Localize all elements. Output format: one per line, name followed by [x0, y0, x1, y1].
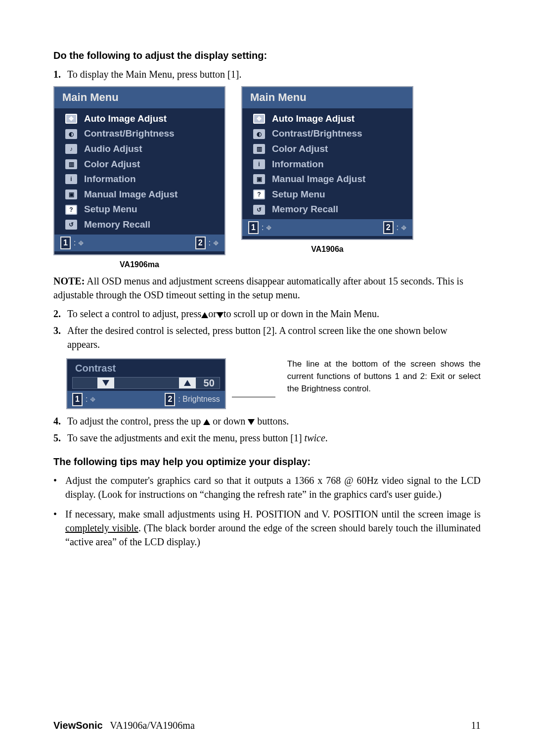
tip-body: If necessary, make small adjustments usi… [65, 507, 481, 549]
menu-item[interactable]: ▥Color Adjust [253, 142, 407, 157]
recall-icon: ↺ [253, 205, 265, 215]
heading-tips: The following tips may help you optimize… [53, 455, 481, 469]
menu-item[interactable]: ♪Audio Adjust [65, 142, 220, 157]
footer-key-1: 1:⎆ [60, 236, 84, 249]
menus-container: Main Menu ✥Auto Image Adjust ◐Contrast/B… [53, 86, 481, 270]
menu-label: Manual Image Adjust [272, 173, 365, 186]
menu-label: Contrast/Brightness [272, 127, 362, 141]
auto-adjust-icon: ✥ [253, 114, 265, 124]
step-num: 1. [53, 67, 64, 81]
menu-item[interactable]: ✥Auto Image Adjust [253, 111, 407, 127]
step2-pre: To select a control to adjust, press [67, 308, 201, 319]
menu-label: Auto Image Adjust [84, 112, 167, 126]
menu-item[interactable]: ↺Memory Recall [65, 217, 220, 233]
key-2-box: 2 [195, 236, 206, 249]
contrast-icon: ◐ [65, 129, 77, 139]
tip2-pre: If necessary, make small adjustments usi… [65, 509, 481, 520]
tips-list: • Adjust the computer's graphics card so… [53, 473, 481, 549]
footer-seg-1: 1:⎆ [72, 393, 95, 406]
step5-twice: twice [305, 432, 325, 443]
step-1: 1. To display the Main Menu, press butto… [53, 67, 481, 81]
callout-line [232, 397, 275, 397]
menu-label: Auto Image Adjust [272, 112, 355, 126]
step4-mid: or down [210, 416, 248, 426]
menu-item[interactable]: ?Setup Menu [253, 187, 407, 202]
note-block: NOTE: All OSD menus and adjustment scree… [53, 274, 481, 302]
step2-mid: or [208, 308, 217, 319]
exit-icon: ⎆ [79, 237, 84, 248]
enter-icon: ⎆ [214, 237, 219, 248]
key-1-box: 1 [72, 393, 83, 406]
menu-item[interactable]: ✥Auto Image Adjust [65, 111, 220, 127]
colon: : [262, 222, 264, 233]
contrast-panel: Contrast 50 1:⎆ 2: Brightness [66, 358, 226, 409]
menu-footer-ma: 1:⎆ 2:⎆ [54, 235, 224, 251]
slider-value: 50 [204, 378, 218, 388]
contrast-icon: ◐ [253, 129, 265, 139]
menu-item[interactable]: iInformation [253, 157, 407, 172]
contrast-figure: Contrast 50 1:⎆ 2: Brightness The line a… [66, 358, 481, 409]
footer-page: 11 [471, 718, 481, 732]
menu-item[interactable]: iInformation [65, 172, 220, 187]
contrast-title: Contrast [67, 359, 225, 377]
info-icon: i [65, 174, 77, 184]
slider-row: 50 [67, 377, 225, 391]
slider-down-btn[interactable] [97, 378, 114, 388]
step-2: 2. To select a control to adjust, presso… [53, 307, 481, 321]
menu-item[interactable]: ↺Memory Recall [253, 202, 407, 217]
slider-track[interactable]: 50 [72, 377, 220, 389]
step2-post: to scroll up or down in the Main Menu. [223, 308, 379, 319]
step-num: 2. [53, 307, 64, 321]
step-body: To save the adjustments and exit the men… [67, 431, 481, 445]
footer-key-2: 2:⎆ [195, 236, 219, 249]
tip1-pre: Adjust the computer's graphics card so t… [65, 475, 344, 486]
menu-item[interactable]: ?Setup Menu [65, 202, 220, 217]
triangle-up-icon [203, 419, 210, 425]
manual-adjust-icon: ▣ [253, 174, 265, 184]
step-body: To display the Main Menu, press button [… [67, 67, 481, 81]
enter-icon: ⎆ [401, 222, 406, 233]
step-body: To select a control to adjust, pressorto… [67, 307, 481, 321]
menu-item[interactable]: ▣Manual Image Adjust [65, 187, 220, 202]
footer-model: VA1906a/VA1906ma [110, 720, 194, 731]
color-icon: ▥ [65, 159, 77, 169]
page-footer: ViewSonic VA1906a/VA1906ma 11 [53, 718, 481, 732]
menu-label: Setup Menu [272, 188, 325, 201]
colon: : [209, 237, 211, 248]
menu-label: Setup Menu [84, 203, 137, 216]
note-label: NOTE: [53, 276, 85, 286]
tip-body: Adjust the computer's graphics card so t… [65, 473, 481, 501]
menu-panel-ma: Main Menu ✥Auto Image Adjust ◐Contrast/B… [53, 86, 225, 255]
menu-item[interactable]: ▣Manual Image Adjust [253, 172, 407, 187]
tip2-underline: completely visible [65, 522, 138, 533]
menu-item[interactable]: ◐Contrast/Brightness [253, 126, 407, 142]
step-5: 5. To save the adjustments and exit the … [53, 431, 481, 445]
setup-icon: ? [65, 205, 77, 215]
key-2-box: 2 [383, 221, 394, 234]
step5-pre: To save the adjustments and exit the men… [67, 432, 305, 443]
menu-footer-a: 1:⎆ 2:⎆ [242, 219, 412, 236]
menu-label: Audio Adjust [84, 142, 142, 156]
menu-col-a: Main Menu ✥Auto Image Adjust ◐Contrast/B… [241, 86, 413, 270]
step-3: 3. After the desired control is selected… [53, 324, 481, 351]
menu-label: Information [272, 158, 324, 171]
exit-icon: ⎆ [90, 394, 95, 405]
contrast-footer: 1:⎆ 2: Brightness [67, 391, 225, 408]
menu-label: Memory Recall [272, 203, 338, 216]
menu-col-ma: Main Menu ✥Auto Image Adjust ◐Contrast/B… [53, 86, 225, 270]
triangle-down-icon [248, 419, 255, 425]
step-body: After the desired control is selected, p… [67, 324, 481, 351]
note-text: All OSD menus and adjustment screens dis… [53, 276, 463, 300]
tip-2: • If necessary, make small adjustments u… [53, 507, 481, 549]
tip1-at: @ [344, 475, 353, 486]
audio-icon: ♪ [65, 144, 77, 154]
menu-item[interactable]: ▥Color Adjust [65, 157, 220, 172]
step4-post: buttons. [255, 416, 289, 426]
menu-label: Information [84, 173, 136, 186]
color-icon: ▥ [253, 144, 265, 154]
menu-item[interactable]: ◐Contrast/Brightness [65, 126, 220, 142]
triangle-down-icon [102, 380, 109, 386]
slider-up-btn[interactable] [179, 378, 196, 388]
info-icon: i [253, 159, 265, 169]
menu-label: Color Adjust [272, 142, 328, 156]
